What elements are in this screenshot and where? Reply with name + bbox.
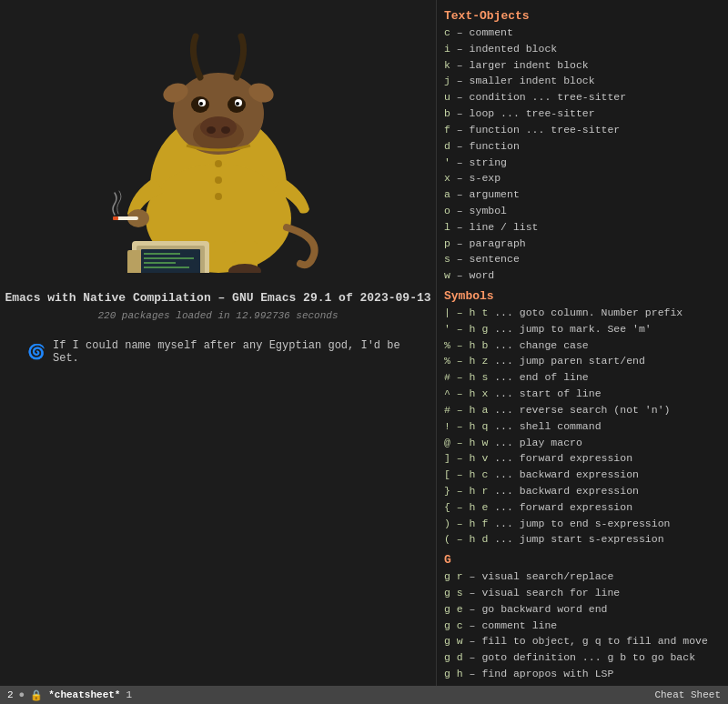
svg-rect-20 (116, 216, 138, 220)
key-item: g c – comment line (444, 618, 721, 634)
key: p (444, 237, 450, 249)
key-item: x – s-exp (444, 170, 721, 186)
key-item: ] – h v ... forward expression (444, 450, 721, 467)
key-item: a – argument (444, 186, 721, 203)
key-item: g w – fill to object, g q to fill and mo… (444, 633, 721, 649)
key-item: i – indented block (444, 41, 721, 57)
svg-point-30 (215, 160, 222, 167)
key-item: } – h r ... backward expression (444, 483, 721, 499)
svg-point-15 (199, 102, 203, 106)
key: | – h t (444, 307, 488, 318)
status-num: 2 (7, 689, 14, 700)
section-title-text-objects: Text-Objects (444, 9, 721, 23)
svg-point-8 (200, 116, 237, 138)
key-item: g h – find apropos with LSP (444, 666, 721, 682)
status-page: 1 (126, 689, 132, 700)
key: { – h e (444, 501, 488, 513)
key: d (444, 140, 450, 152)
svg-rect-28 (144, 267, 189, 268)
status-cheatsheet: Cheat Sheet (654, 689, 721, 700)
key: s (444, 253, 450, 265)
key-item: % – h z ... jump paren start/end (444, 353, 721, 369)
key-item: ) – h f ... jump to end s-expression (444, 516, 721, 532)
right-panel[interactable]: Text-Objectsc – commenti – indented bloc… (437, 0, 728, 686)
key-item: | – h t ... goto column. Number prefix (444, 305, 721, 321)
status-file: *cheatsheet* (48, 689, 120, 700)
key: [ – h c (444, 468, 488, 480)
key: g s (444, 587, 463, 598)
svg-rect-24 (141, 249, 200, 273)
key: ] – h v (444, 452, 488, 464)
key-item: @ – h w ... play macro (444, 435, 721, 451)
key: w (444, 269, 450, 281)
quote-text: If I could name myself after any Egyptia… (53, 339, 409, 365)
key: @ – h w (444, 437, 488, 448)
key: ^ – h x (444, 387, 488, 399)
key: g d (444, 651, 463, 663)
key-item: g d – goto definition ... g b to go back (444, 649, 721, 666)
svg-rect-21 (113, 216, 118, 220)
svg-rect-26 (144, 257, 194, 259)
svg-point-31 (215, 176, 222, 184)
key-item: f – function ... tree-sitter (444, 122, 721, 138)
key: % – h z (444, 355, 488, 367)
key: % – h b (444, 339, 488, 351)
key-item: c – comment (444, 25, 721, 41)
svg-rect-29 (127, 250, 141, 273)
key-item: ^ – h x ... start of line (444, 386, 721, 402)
key: ' (444, 156, 450, 168)
svg-point-16 (236, 102, 239, 106)
key-item: g r – visual search/replace (444, 568, 721, 585)
key-item: u – condition ... tree-sitter (444, 89, 721, 106)
key-item: s – sentence (444, 251, 721, 267)
svg-point-9 (207, 126, 216, 134)
key-item: l – line / list (444, 219, 721, 236)
key: g e (444, 603, 463, 615)
section-title-g: G (444, 553, 721, 567)
key: f (444, 124, 450, 136)
key-item: d – function (444, 138, 721, 155)
section-title-symbols: Symbols (444, 289, 721, 303)
key: g c (444, 619, 463, 631)
left-panel: Emacs with Native Compilation – GNU Emac… (0, 0, 437, 704)
status-lock: 🔒 (30, 689, 43, 701)
key: g w (444, 635, 463, 647)
key-item: k – larger indent block (444, 57, 721, 74)
packages-info: 220 packages loaded in 12.992736 seconds (97, 310, 338, 321)
key-item: w – word (444, 267, 721, 284)
key-item: # – h s ... end of line (444, 369, 721, 386)
key-item: [ – h c ... backward expression (444, 467, 721, 483)
key-item: j – smaller indent block (444, 73, 721, 89)
key: c (444, 26, 450, 38)
key-item: ( – h d ... jump start s-expression (444, 531, 721, 548)
key: } – h r (444, 485, 488, 497)
key: # – h s (444, 371, 488, 383)
key: ! – h q (444, 420, 488, 432)
key: g h (444, 668, 463, 679)
key: ( – h d (444, 533, 488, 545)
key-item: { – h e ... forward expression (444, 499, 721, 516)
quote-icon: 🌀 (27, 343, 46, 361)
gnu-mascot (73, 18, 364, 273)
key: ' – h g (444, 323, 488, 335)
key: o (444, 205, 450, 216)
key-item: % – h b ... change case (444, 337, 721, 354)
key-item: g e – go backward word end (444, 601, 721, 618)
svg-point-32 (215, 193, 222, 200)
svg-rect-27 (144, 262, 176, 264)
key: j (444, 75, 450, 86)
key-item: ' – string (444, 155, 721, 171)
status-dot: ● (19, 689, 25, 700)
svg-rect-25 (144, 253, 180, 255)
key: i (444, 43, 450, 55)
status-bar: 2 ● 🔒 *cheatsheet* 1 Cheat Sheet (0, 686, 728, 704)
key-item: ' – h g ... jump to mark. See 'm' (444, 321, 721, 337)
emacs-title: Emacs with Native Compilation – GNU Emac… (5, 291, 430, 305)
key-item: p – paragraph (444, 236, 721, 252)
key: a (444, 188, 450, 200)
key-item: g s – visual search for line (444, 585, 721, 601)
quote-line: 🌀 If I could name myself after any Egypt… (0, 339, 436, 365)
key: x (444, 172, 450, 184)
key: ) – h f (444, 518, 488, 529)
key: k (444, 59, 450, 71)
